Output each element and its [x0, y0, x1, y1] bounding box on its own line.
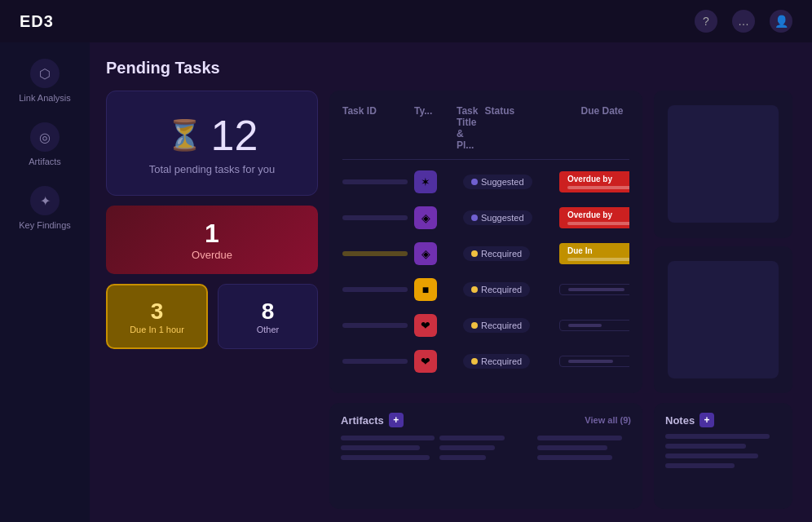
- notes-content: [665, 434, 781, 468]
- hourglass-icon: ⏳: [166, 118, 203, 153]
- artifact-bar: [439, 445, 496, 450]
- task-id-bar: [342, 287, 408, 292]
- nav-icons-group: ? … 👤: [695, 10, 792, 33]
- sidebar-item-key-findings[interactable]: ✦ Key Findings: [19, 186, 71, 230]
- task-type-badge: ◈: [414, 206, 437, 229]
- total-count: 12: [211, 114, 258, 157]
- left-panel: ⏳ 12 Total pending tasks for you 1 Overd…: [106, 91, 318, 393]
- due-sub-bar: [568, 360, 613, 363]
- notes-panel: Notes +: [654, 403, 792, 509]
- right-inner-bottom: [668, 261, 779, 378]
- view-all-link[interactable]: View all (9): [585, 415, 631, 425]
- note-bar: [665, 453, 758, 458]
- due-sub-bar: [567, 222, 629, 225]
- bottom-left-spacer: [106, 403, 318, 509]
- table-header: Task ID Ty... Task Title & Pl... Status …: [342, 102, 629, 160]
- status-badge: Recquired: [463, 354, 530, 369]
- content-grid: ⏳ 12 Total pending tasks for you 1 Overd…: [106, 91, 792, 393]
- note-bar: [665, 444, 746, 449]
- col-due-date: Due Date: [580, 105, 642, 151]
- task-id-bar: [342, 359, 408, 364]
- artifact-bar: [537, 436, 621, 440]
- col-task-id: Task ID: [342, 105, 408, 151]
- artifacts-icon: ◎: [30, 122, 60, 152]
- artifact-bar: [439, 455, 486, 460]
- sidebar-item-label: Key Findings: [19, 220, 71, 230]
- table-row[interactable]: ✶ Suggested Overdue by: [342, 166, 629, 197]
- artifact-bar: [439, 436, 505, 440]
- sidebar-item-link-analysis[interactable]: ⬡ Link Analysis: [19, 59, 71, 103]
- due-sub-bar: [567, 186, 629, 189]
- due-in-hour-card[interactable]: 3 Due In 1 hour: [106, 284, 208, 349]
- chat-icon[interactable]: …: [732, 10, 755, 33]
- status-dot: [471, 358, 478, 365]
- table-row[interactable]: ■ Recquired: [342, 274, 629, 305]
- task-type-badge: ■: [414, 278, 437, 301]
- artifact-bar: [341, 436, 435, 440]
- sidebar: ⬡ Link Analysis ◎ Artifacts ✦ Key Findin…: [0, 42, 90, 522]
- due-in-hour-count: 3: [151, 299, 164, 325]
- artifacts-panel: Artifacts + View all (9): [329, 403, 642, 509]
- task-id-bar: [342, 251, 408, 256]
- page-title: Pending Tasks: [106, 59, 792, 77]
- col-status: Status: [484, 105, 574, 151]
- status-text: Suggested: [481, 177, 524, 187]
- table-row[interactable]: ◈ Recquired Due In: [342, 238, 629, 269]
- status-text: Recquired: [481, 321, 522, 330]
- notes-add-button[interactable]: +: [699, 413, 714, 427]
- overdue-card[interactable]: 1 Overdue: [106, 206, 318, 274]
- status-badge: Recquired: [463, 318, 530, 333]
- status-dot: [471, 286, 478, 293]
- table-row[interactable]: ◈ Suggested Overdue by: [342, 202, 629, 233]
- notes-title: Notes: [665, 414, 695, 427]
- artifact-bar: [537, 445, 607, 450]
- due-label: Due In: [567, 246, 629, 255]
- task-type-badge: ✶: [414, 170, 437, 193]
- page-area: Pending Tasks ⏳ 12 Total pending tasks f…: [90, 42, 812, 522]
- artifacts-title-group: Artifacts +: [341, 413, 404, 427]
- artifact-bar: [537, 455, 612, 460]
- status-dot: [471, 215, 478, 221]
- task-rows: ✶ Suggested Overdue by: [342, 166, 629, 377]
- right-inner-top: [668, 105, 779, 223]
- sidebar-item-label: Link Analysis: [19, 93, 71, 103]
- task-type-badge: ❤: [414, 350, 437, 373]
- notes-title-group: Notes +: [665, 413, 714, 427]
- due-date-bar: [559, 320, 629, 331]
- sidebar-item-artifacts[interactable]: ◎ Artifacts: [29, 122, 61, 166]
- status-text: Recquired: [481, 249, 522, 259]
- table-row[interactable]: ❤ Recquired: [342, 346, 629, 377]
- status-text: Recquired: [481, 356, 522, 366]
- task-id-bar: [342, 323, 408, 328]
- task-type-badge: ◈: [414, 242, 437, 265]
- user-icon[interactable]: 👤: [770, 10, 792, 33]
- right-card-bottom: [654, 246, 792, 394]
- due-date-bar: Overdue by: [559, 171, 629, 192]
- table-row[interactable]: ❤ Recquired: [342, 310, 629, 341]
- note-bar: [665, 463, 735, 468]
- status-text: Suggested: [481, 213, 524, 223]
- status-dot: [471, 250, 478, 257]
- other-count: 8: [262, 299, 275, 325]
- help-icon[interactable]: ?: [695, 10, 717, 33]
- due-date-bar: Overdue by: [559, 207, 629, 228]
- artifacts-add-button[interactable]: +: [389, 413, 404, 427]
- link-analysis-icon: ⬡: [30, 59, 60, 88]
- artifact-bar: [341, 455, 430, 460]
- bottom-row: Artifacts + View all (9): [106, 403, 792, 509]
- task-type-badge: ❤: [414, 314, 437, 337]
- artifact-bar: [341, 445, 420, 450]
- other-card[interactable]: 8 Other: [218, 284, 318, 349]
- due-in-hour-label: Due In 1 hour: [130, 325, 184, 334]
- task-id-bar: [342, 215, 408, 220]
- note-bar: [665, 434, 770, 439]
- key-findings-icon: ✦: [30, 186, 60, 215]
- status-badge: Suggested: [463, 210, 532, 225]
- app-logo: ED3: [20, 12, 54, 31]
- due-sub-bar: [568, 324, 602, 327]
- status-badge: Suggested: [463, 175, 532, 189]
- total-label: Total pending tasks for you: [149, 163, 276, 175]
- status-text: Recquired: [481, 285, 522, 294]
- sidebar-item-label: Artifacts: [29, 157, 61, 166]
- notes-header: Notes +: [665, 413, 781, 427]
